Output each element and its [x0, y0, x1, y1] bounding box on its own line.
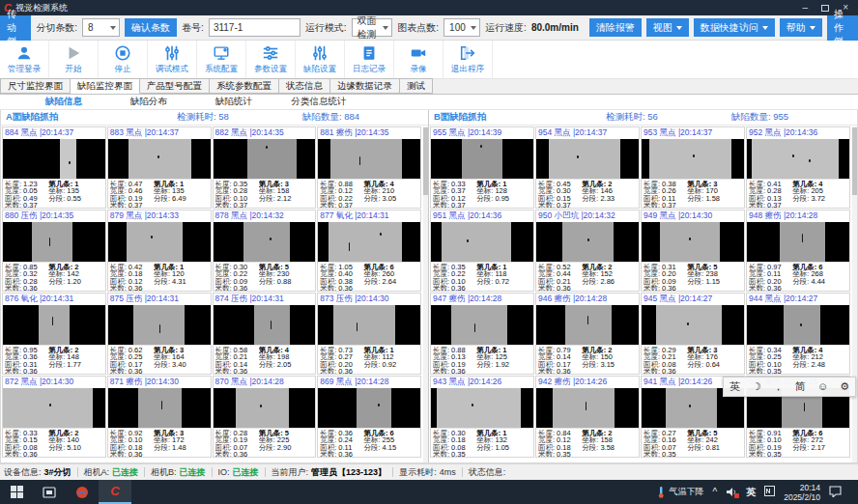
- view-menu-button[interactable]: 视图: [646, 18, 689, 37]
- defect-mark: [792, 154, 794, 157]
- main-tab[interactable]: 缺陷监控界面: [71, 78, 140, 94]
- titlebar: C 视觉检测系统 – ×: [0, 0, 858, 15]
- main-tab[interactable]: 尺寸监控界面: [0, 78, 71, 94]
- main-tab[interactable]: 测试: [400, 78, 433, 94]
- taskbar-app-weather[interactable]: [66, 480, 99, 504]
- sub-tab[interactable]: 缺陷分布: [106, 96, 191, 108]
- defect-card[interactable]: 947 擦伤 |20:14:28 长度:0.88宽度:0.13面积:0.19米数…: [430, 293, 534, 375]
- main-tab[interactable]: 状态信息: [279, 78, 330, 94]
- action-button[interactable]: 调试模式: [148, 41, 197, 78]
- drive-side-button[interactable]: 传动侧: [0, 15, 31, 41]
- defect-info: 长度:0.41宽度:0.28面积:0.13米数:0.37 第几条:4坐标:205…: [747, 179, 849, 208]
- card-field: 长度:0.30: [215, 264, 259, 270]
- action-button[interactable]: 参数设置: [246, 41, 296, 78]
- action-button[interactable]: 退出程序: [443, 41, 493, 78]
- defect-card[interactable]: 877 氧化 |20:14:31 长度:1.05宽度:0.40面积:0.38米数…: [317, 210, 421, 292]
- defect-card[interactable]: 951 黑点 |20:14:36 长度:0.35宽度:0.22面积:0.10米数…: [430, 210, 534, 292]
- defect-card[interactable]: 942 擦伤 |20:14:26 长度:0.84宽度:0.12面积:0.18米数…: [535, 376, 640, 458]
- defect-info: 长度:0.33宽度:0.37面积:0.12米数:0.37 第几条:1坐标:128…: [431, 179, 533, 208]
- slit-count-select[interactable]: 8: [82, 18, 120, 37]
- action-button[interactable]: 缺陷设置: [296, 41, 345, 78]
- panel-scrollbar[interactable]: [852, 126, 857, 462]
- task-view-button[interactable]: [33, 480, 66, 504]
- defect-card[interactable]: 881 擦伤 |20:14:35 长度:0.88宽度:0.12面积:0.22米数…: [317, 126, 421, 209]
- defect-card[interactable]: 952 黑点 |20:14:36 长度:0.41宽度:0.28面积:0.13米数…: [746, 126, 850, 209]
- maximize-button[interactable]: [821, 5, 829, 12]
- defect-info: 长度:0.92宽度:0.10面积:0.18米数:0.36 第几条:3坐标:172…: [108, 428, 211, 457]
- defect-card[interactable]: 948 擦伤 |20:14:28 长度:0.97宽度:0.11面积:0.20米数…: [746, 210, 850, 292]
- operator-side-button[interactable]: 操作侧: [827, 15, 858, 41]
- sub-tab[interactable]: 缺陷统计: [191, 96, 276, 108]
- chart-points-select[interactable]: 100: [443, 18, 480, 37]
- defect-card[interactable]: 869 黑点 |20:14:28 长度:0.36宽度:0.24面积:0.11米数…: [317, 376, 421, 458]
- action-button[interactable]: 日志记录: [345, 41, 394, 78]
- defect-card[interactable]: 872 黑点 |20:14:30 长度:0.33宽度:0.15面积:0.08米数…: [2, 376, 106, 458]
- main-tab[interactable]: 产品型号配置: [140, 78, 210, 94]
- clock-date: 2025/2/10: [784, 492, 820, 502]
- defect-card[interactable]: 871 擦伤 |20:14:30 长度:0.92宽度:0.10面积:0.18米数…: [107, 376, 212, 458]
- quick-access-menu-button[interactable]: 数据快捷访问: [694, 18, 775, 37]
- defect-card[interactable]: 878 黑点 |20:14:32 长度:0.30宽度:0.22面积:0.09米数…: [213, 210, 317, 292]
- roll-number-input[interactable]: 3117-1: [209, 18, 300, 37]
- main-tab[interactable]: 边缘数据记录: [330, 78, 400, 94]
- defect-card[interactable]: 945 黑点 |20:14:27 长度:0.29宽度:0.21面积:0.08米数…: [641, 293, 745, 375]
- ime-lang[interactable]: 英: [724, 378, 746, 396]
- notification-center-button[interactable]: [829, 486, 842, 499]
- run-mode-select[interactable]: 双面检测: [352, 18, 393, 37]
- defect-card[interactable]: 876 氧化 |20:14:31 长度:0.95宽度:0.36面积:0.31米数…: [2, 293, 106, 375]
- ime-emoji-icon[interactable]: ☺: [812, 378, 834, 396]
- defect-card[interactable]: 950 小凹坑 |20:14:32 长度:0.52宽度:0.44面积:0.21米…: [535, 210, 640, 292]
- ime-punctuation-icon[interactable]: ，: [767, 378, 789, 396]
- taskbar-app-detection-system[interactable]: C: [99, 480, 131, 504]
- ime-simplified[interactable]: 简: [789, 378, 812, 396]
- card-field: 分段:0.64: [687, 361, 743, 368]
- log-icon: [360, 44, 378, 62]
- defect-card[interactable]: 882 黑点 |20:14:35 长度:0.35宽度:0.28面积:0.10米数…: [213, 126, 317, 209]
- panel-scrollbar[interactable]: [423, 126, 428, 462]
- defect-card[interactable]: 943 黑点 |20:14:26 长度:0.30宽度:0.18面积:0.08米数…: [430, 376, 534, 458]
- defect-card[interactable]: 883 黑点 |20:14:37 长度:0.47宽度:0.46面积:0.19米数…: [107, 126, 212, 209]
- clear-alarm-button[interactable]: 清除报警: [589, 18, 642, 37]
- ime-fullwidth-icon[interactable]: ☽: [746, 378, 767, 396]
- defect-card[interactable]: 870 黑点 |20:14:28 长度:0.28宽度:0.19面积:0.07米数…: [213, 376, 317, 458]
- card-field: 第几条:5: [687, 264, 743, 270]
- defect-card[interactable]: 873 压伤 |20:14:30 长度:0.73宽度:0.27面积:0.20米数…: [317, 293, 421, 375]
- defect-card[interactable]: 884 黑点 |20:14:37 长度:1.23宽度:0.05面积:0.49米数…: [2, 126, 106, 209]
- defect-card[interactable]: 879 黑点 |20:14:33 长度:0.42宽度:0.18面积:0.12米数…: [107, 210, 212, 292]
- action-button[interactable]: 管理登录: [0, 41, 49, 78]
- defect-card[interactable]: 949 黑点 |20:14:30 长度:0.31宽度:0.20面积:0.09米数…: [641, 210, 745, 292]
- tray-expand-button[interactable]: ^: [712, 487, 717, 497]
- defect-card[interactable]: 880 压伤 |20:14:35 长度:0.85宽度:0.32面积:0.28米数…: [2, 210, 106, 292]
- ime-language-button[interactable]: 英: [746, 486, 756, 499]
- defect-thumbnail: [214, 305, 316, 345]
- help-menu-button[interactable]: 帮助: [780, 18, 822, 37]
- sub-tab[interactable]: 分类信息统计: [276, 96, 361, 108]
- volume-button[interactable]: [726, 487, 737, 497]
- card-field: 分段:3.58: [582, 444, 638, 451]
- defect-card[interactable]: 944 黑点 |20:14:27 长度:0.34宽度:0.25面积:0.10米数…: [746, 293, 850, 375]
- defect-card-header: 873 压伤 |20:14:30: [318, 294, 420, 305]
- confirm-count-button[interactable]: 确认条数: [125, 18, 177, 37]
- minimize-button[interactable]: –: [803, 3, 809, 13]
- taskbar-clock[interactable]: 20:14 2025/2/10: [784, 483, 820, 502]
- defect-card[interactable]: 955 黑点 |20:14:39 长度:0.33宽度:0.37面积:0.12米数…: [430, 126, 534, 209]
- action-button[interactable]: 系统配置: [197, 41, 246, 78]
- defect-card[interactable]: 953 黑点 |20:14:37 长度:0.38宽度:0.26面积:0.11米数…: [641, 126, 745, 209]
- ime-mode-button[interactable]: [764, 486, 775, 498]
- defect-card[interactable]: 874 压伤 |20:14:31 长度:0.58宽度:0.21面积:0.14米数…: [213, 293, 317, 375]
- defect-card[interactable]: 946 擦伤 |20:14:28 长度:0.79宽度:0.14面积:0.17米数…: [535, 293, 640, 375]
- scrollbar-thumb[interactable]: [423, 127, 428, 195]
- card-field: 面积:0.07: [644, 444, 687, 451]
- weather-tray-button[interactable]: 气温下降: [657, 486, 703, 498]
- scrollbar-thumb[interactable]: [852, 127, 857, 195]
- action-button[interactable]: 开始: [49, 41, 99, 78]
- sub-tab[interactable]: 缺陷信息: [21, 96, 106, 108]
- main-tab[interactable]: 系统参数配置: [210, 78, 279, 94]
- action-button[interactable]: 录像: [394, 41, 443, 78]
- action-button[interactable]: 停止: [99, 41, 148, 78]
- ime-settings-icon[interactable]: ⚙: [834, 378, 855, 396]
- windows-start-button[interactable]: [0, 480, 33, 504]
- defect-card[interactable]: 875 压伤 |20:14:31 长度:0.62宽度:0.25面积:0.17米数…: [107, 293, 212, 375]
- status-label: 显示耗时:: [399, 466, 437, 479]
- defect-card[interactable]: 954 黑点 |20:14:37 长度:0.45宽度:0.30面积:0.15米数…: [535, 126, 640, 209]
